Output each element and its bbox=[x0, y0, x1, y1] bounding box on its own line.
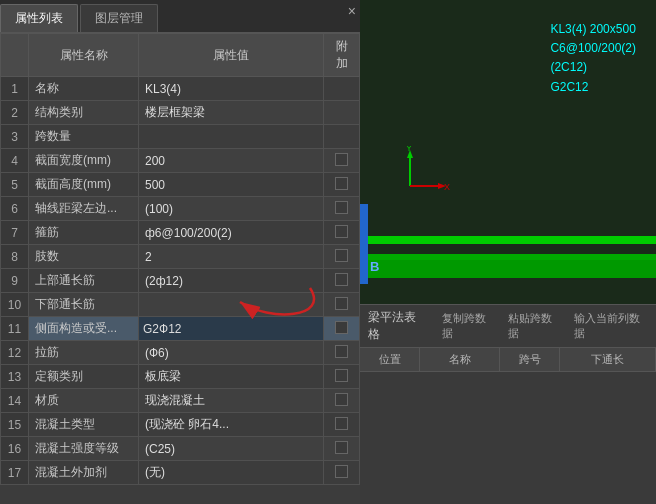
input-col-btn[interactable]: 输入当前列数据 bbox=[570, 309, 648, 343]
beam-top-line bbox=[360, 236, 656, 244]
prop-extra-2[interactable] bbox=[324, 101, 360, 125]
prop-value-15: (现浇砼 卵石4... bbox=[139, 413, 324, 437]
prop-name-13: 定额类别 bbox=[29, 365, 139, 389]
prop-name-12: 拉筋 bbox=[29, 341, 139, 365]
checkbox-7[interactable] bbox=[335, 225, 348, 238]
col-propvalue: 属性值 bbox=[139, 34, 324, 77]
row-num-4: 4 bbox=[1, 149, 29, 173]
row-num-3: 3 bbox=[1, 125, 29, 149]
checkbox-6[interactable] bbox=[335, 201, 348, 214]
svg-text:Y: Y bbox=[406, 146, 412, 153]
prop-extra-14[interactable] bbox=[324, 389, 360, 413]
prop-value-8: 2 bbox=[139, 245, 324, 269]
prop-name-9: 上部通长筋 bbox=[29, 269, 139, 293]
checkbox-16[interactable] bbox=[335, 441, 348, 454]
right-panel: B Y X KL3(4) 200x500 C6@100/200( bbox=[360, 0, 656, 504]
col-extra: 附加 bbox=[324, 34, 360, 77]
row-num-16: 16 bbox=[1, 437, 29, 461]
prop-extra-16[interactable] bbox=[324, 437, 360, 461]
prop-name-6: 轴线距梁左边... bbox=[29, 197, 139, 221]
checkbox-12[interactable] bbox=[335, 345, 348, 358]
kl-text-overlay: KL3(4) 200x500 C6@100/200(2) (2C12) G2C1… bbox=[550, 20, 636, 97]
svg-text:X: X bbox=[444, 182, 450, 192]
checkbox-4[interactable] bbox=[335, 153, 348, 166]
prop-extra-3[interactable] bbox=[324, 125, 360, 149]
beam-main-line bbox=[360, 260, 656, 278]
prop-extra-6[interactable] bbox=[324, 197, 360, 221]
tab-bar: 属性列表 图层管理 × bbox=[0, 0, 360, 33]
tab-layers[interactable]: 图层管理 bbox=[80, 4, 158, 32]
close-button[interactable]: × bbox=[348, 4, 356, 18]
prop-extra-12[interactable] bbox=[324, 341, 360, 365]
prop-value-16: (C25) bbox=[139, 437, 324, 461]
prop-name-3: 跨数量 bbox=[29, 125, 139, 149]
kl-line3: (2C12) bbox=[550, 58, 636, 77]
prop-name-8: 肢数 bbox=[29, 245, 139, 269]
prop-value-7: ф6@100/200(2) bbox=[139, 221, 324, 245]
prop-value-6: (100) bbox=[139, 197, 324, 221]
checkbox-10[interactable] bbox=[335, 297, 348, 310]
prop-value-3 bbox=[139, 125, 324, 149]
prop-value-5: 500 bbox=[139, 173, 324, 197]
row-num-12: 12 bbox=[1, 341, 29, 365]
col-propname: 属性名称 bbox=[29, 34, 139, 77]
row-num-5: 5 bbox=[1, 173, 29, 197]
cad-background: B Y X KL3(4) 200x500 C6@100/200( bbox=[360, 0, 656, 304]
prop-extra-1[interactable] bbox=[324, 77, 360, 101]
panel-title: 梁平法表格 bbox=[368, 309, 422, 343]
prop-extra-8[interactable] bbox=[324, 245, 360, 269]
prop-extra-15[interactable] bbox=[324, 413, 360, 437]
checkbox-8[interactable] bbox=[335, 249, 348, 262]
b-label: B bbox=[370, 259, 379, 274]
beam-col-through: 下通长 bbox=[560, 348, 656, 371]
row-num-11: 11 bbox=[1, 317, 29, 341]
prop-name-15: 混凝土类型 bbox=[29, 413, 139, 437]
row-num-7: 7 bbox=[1, 221, 29, 245]
checkbox-15[interactable] bbox=[335, 417, 348, 430]
prop-name-14: 材质 bbox=[29, 389, 139, 413]
prop-value-10 bbox=[139, 293, 324, 317]
kl-line4: G2C12 bbox=[550, 78, 636, 97]
row-num-13: 13 bbox=[1, 365, 29, 389]
beam-col-name: 名称 bbox=[420, 348, 500, 371]
row-num-14: 14 bbox=[1, 389, 29, 413]
checkbox-5[interactable] bbox=[335, 177, 348, 190]
checkbox-13[interactable] bbox=[335, 369, 348, 382]
prop-name-1: 名称 bbox=[29, 77, 139, 101]
checkbox-17[interactable] bbox=[335, 465, 348, 478]
prop-value-11[interactable]: G2Ф12 bbox=[139, 317, 324, 341]
panel-toolbar: 梁平法表格 复制跨数据 粘贴跨数据 输入当前列数据 bbox=[360, 305, 656, 348]
prop-extra-13[interactable] bbox=[324, 365, 360, 389]
checkbox-9[interactable] bbox=[335, 273, 348, 286]
prop-name-10: 下部通长筋 bbox=[29, 293, 139, 317]
prop-name-17: 混凝土外加剂 bbox=[29, 461, 139, 485]
prop-value-14: 现浇混凝土 bbox=[139, 389, 324, 413]
row-num-2: 2 bbox=[1, 101, 29, 125]
prop-extra-9[interactable] bbox=[324, 269, 360, 293]
prop-extra-4[interactable] bbox=[324, 149, 360, 173]
prop-value-2: 楼层框架梁 bbox=[139, 101, 324, 125]
prop-extra-11[interactable] bbox=[324, 317, 360, 341]
paste-span-btn[interactable]: 粘贴跨数据 bbox=[504, 309, 562, 343]
blue-edge bbox=[360, 204, 368, 284]
row-num-8: 8 bbox=[1, 245, 29, 269]
kl-line2: C6@100/200(2) bbox=[550, 39, 636, 58]
prop-extra-7[interactable] bbox=[324, 221, 360, 245]
checkbox-14[interactable] bbox=[335, 393, 348, 406]
prop-extra-17[interactable] bbox=[324, 461, 360, 485]
left-panel: 属性列表 图层管理 × 属性名称 属性值 附加 1名称KL3(4)2结构类别楼层… bbox=[0, 0, 360, 504]
prop-value-13: 板底梁 bbox=[139, 365, 324, 389]
row-num-9: 9 bbox=[1, 269, 29, 293]
prop-name-4: 截面宽度(mm) bbox=[29, 149, 139, 173]
copy-span-btn[interactable]: 复制跨数据 bbox=[438, 309, 496, 343]
checkbox-11[interactable] bbox=[335, 321, 348, 334]
prop-extra-10[interactable] bbox=[324, 293, 360, 317]
tab-properties[interactable]: 属性列表 bbox=[0, 4, 78, 32]
row-num-1: 1 bbox=[1, 77, 29, 101]
kl-line1: KL3(4) 200x500 bbox=[550, 20, 636, 39]
prop-extra-5[interactable] bbox=[324, 173, 360, 197]
prop-value-4: 200 bbox=[139, 149, 324, 173]
row-num-17: 17 bbox=[1, 461, 29, 485]
prop-name-11: 侧面构造或受... bbox=[29, 317, 139, 341]
beam-col-pos: 位置 bbox=[360, 348, 420, 371]
